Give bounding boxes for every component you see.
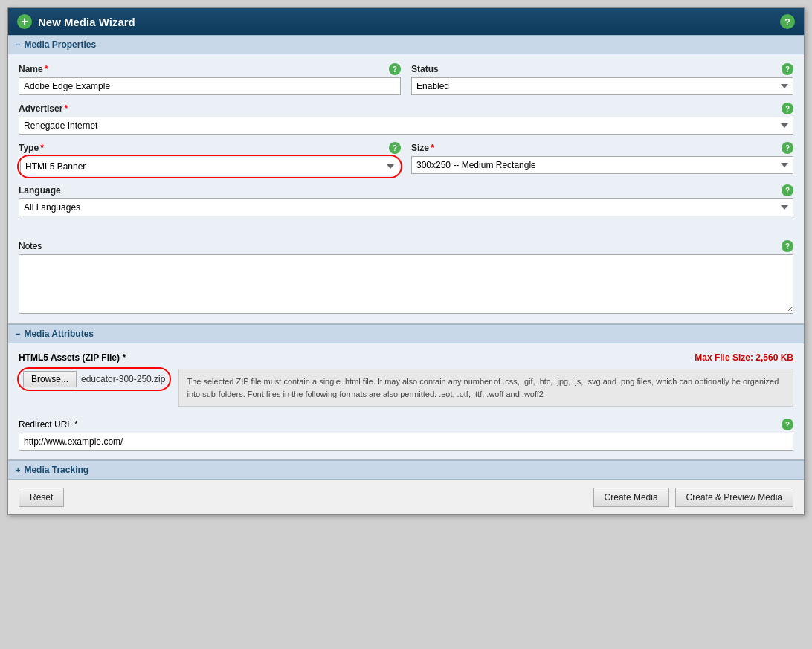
wizard-title-group: + New Media Wizard xyxy=(17,14,135,29)
size-label: Size* xyxy=(411,143,434,153)
media-attributes-content: HTML5 Assets (ZIP File) * Max File Size:… xyxy=(8,343,804,459)
type-label: Type* xyxy=(19,143,44,153)
media-tracking-label: Media Tracking xyxy=(24,465,88,475)
notes-row: Notes ? xyxy=(19,240,793,323)
notes-section: Notes ? xyxy=(8,233,804,323)
html5-header-row: HTML5 Assets (ZIP File) * Max File Size:… xyxy=(19,352,793,363)
type-size-row: Type* ? HTML5 Banner Image Banner Flash … xyxy=(19,142,793,177)
redirect-group: Redirect URL * ? xyxy=(19,419,793,451)
name-label: Name* xyxy=(19,64,48,74)
file-name: educator-300-250.zip xyxy=(81,374,165,384)
create-media-button[interactable]: Create Media xyxy=(593,488,669,507)
status-select[interactable]: Enabled Disabled xyxy=(411,77,793,95)
size-group: Size* ? 300x250 -- Medium Rectangle 728x… xyxy=(411,142,793,177)
wizard-help-icon[interactable]: ? xyxy=(780,14,795,29)
type-highlight: HTML5 Banner Image Banner Flash Banner xyxy=(19,156,401,177)
browse-circle-highlight: Browse... educator-300-250.zip xyxy=(19,369,170,390)
media-properties-header: − Media Properties xyxy=(8,35,804,54)
notes-textarea[interactable] xyxy=(19,254,793,314)
name-status-row: Name* ? Status ? Enabled Disabled xyxy=(19,63,793,95)
html5-label: HTML5 Assets (ZIP File) * xyxy=(19,352,126,363)
language-help-icon[interactable]: ? xyxy=(782,184,793,196)
media-attributes-header: − Media Attributes xyxy=(8,324,804,343)
wizard-title: New Media Wizard xyxy=(38,16,135,28)
redirect-help-icon[interactable]: ? xyxy=(782,419,793,430)
name-input[interactable] xyxy=(19,77,401,95)
language-select[interactable]: All Languages English Spanish xyxy=(19,198,793,216)
notes-label: Notes xyxy=(19,241,42,251)
language-label: Language xyxy=(19,185,61,196)
media-attributes-label: Media Attributes xyxy=(24,329,94,339)
status-label: Status xyxy=(411,64,439,74)
type-group: Type* ? HTML5 Banner Image Banner Flash … xyxy=(19,142,401,177)
size-help-icon[interactable]: ? xyxy=(782,142,793,154)
type-select[interactable]: HTML5 Banner Image Banner Flash Banner xyxy=(20,158,399,175)
redirect-label: Redirect URL * xyxy=(19,419,78,430)
wizard-header: + New Media Wizard ? xyxy=(8,8,804,35)
type-help-icon[interactable]: ? xyxy=(389,142,401,154)
create-preview-media-button[interactable]: Create & Preview Media xyxy=(675,488,793,507)
wizard-plus-icon: + xyxy=(17,14,32,29)
advertiser-row: Advertiser* ? Renegade Internet xyxy=(19,103,793,135)
collapse-properties-icon[interactable]: − xyxy=(16,40,20,49)
status-help-icon[interactable]: ? xyxy=(782,63,793,75)
advertiser-label: Advertiser* xyxy=(19,103,68,114)
size-select[interactable]: 300x250 -- Medium Rectangle 728x90 -- Le… xyxy=(411,156,793,174)
advertiser-help-icon[interactable]: ? xyxy=(782,103,793,114)
language-row: Language ? All Languages English Spanish xyxy=(19,184,793,216)
media-tracking-header: + Media Tracking xyxy=(8,460,804,480)
redirect-input[interactable] xyxy=(19,433,793,451)
file-upload-row: Browse... educator-300-250.zip The selec… xyxy=(19,369,793,407)
browse-button[interactable]: Browse... xyxy=(23,371,77,387)
notes-help-icon[interactable]: ? xyxy=(782,240,793,252)
status-group: Status ? Enabled Disabled xyxy=(411,63,793,95)
media-properties-label: Media Properties xyxy=(24,39,96,50)
max-file-size: Max File Size: 2,560 KB xyxy=(695,352,793,363)
language-group: Language ? All Languages English Spanish xyxy=(19,184,793,216)
collapse-attributes-icon[interactable]: − xyxy=(16,329,20,338)
wizard-footer: Reset Create Media Create & Preview Medi… xyxy=(8,480,804,514)
media-properties-content: Name* ? Status ? Enabled Disabled xyxy=(8,54,804,233)
name-group: Name* ? xyxy=(19,63,401,95)
name-help-icon[interactable]: ? xyxy=(389,63,401,75)
reset-button[interactable]: Reset xyxy=(19,488,64,507)
file-description: The selected ZIP file must contain a sin… xyxy=(178,369,793,407)
advertiser-select[interactable]: Renegade Internet xyxy=(19,117,793,135)
advertiser-group: Advertiser* ? Renegade Internet xyxy=(19,103,793,135)
expand-tracking-icon[interactable]: + xyxy=(16,465,20,474)
footer-right-buttons: Create Media Create & Preview Media xyxy=(593,488,793,507)
wizard-container: + New Media Wizard ? − Media Properties … xyxy=(7,7,805,515)
